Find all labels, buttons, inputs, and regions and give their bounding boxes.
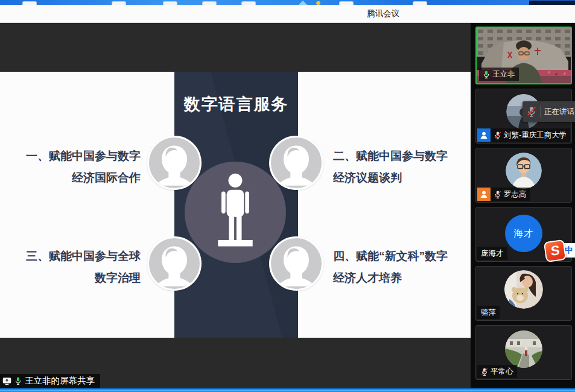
speaking-toast-text: 正在讲话 — [544, 107, 574, 117]
person-avatar-circle — [269, 136, 323, 190]
speaking-toast: 正在讲话 — [523, 101, 575, 122]
slide-item-line: 经济人才培养 — [333, 267, 448, 289]
slide-item-line: 经济国际合作 — [26, 167, 141, 189]
participant-namebar: 王立非 — [479, 68, 519, 81]
slide-item-2: 二、赋能中国参与数字 经济议题谈判 — [333, 145, 448, 189]
face-silhouette-icon — [271, 238, 322, 289]
participant-name: 王立非 — [492, 69, 515, 80]
screen: 腾讯会议 数字语言服务 — [0, 0, 575, 392]
participant-namebar: 骆萍 — [477, 306, 500, 319]
slide-item-line: 二、赋能中国参与数字 — [333, 145, 448, 167]
participant-name: 罗志高 — [504, 189, 527, 200]
sogou-ime-icon[interactable]: S — [544, 239, 567, 262]
slide-item-1: 一、赋能中国参与数字 经济国际合作 — [26, 145, 141, 189]
participant-namebar: 刘繁-重庆工商大学 — [477, 128, 570, 142]
slide-item-line: 数字治理 — [26, 267, 141, 289]
participant-name: 平常心 — [491, 367, 513, 377]
desktop-icon[interactable] — [299, 1, 307, 5]
menu-bar: 腾讯会议 — [0, 5, 575, 23]
screen-share-banner: 王立非的屏幕共享 — [0, 374, 100, 388]
screen-share-icon — [2, 377, 11, 385]
face-silhouette-icon — [149, 138, 200, 188]
shared-screen: 数字语言服务 — [0, 23, 471, 388]
desktop-strip — [0, 0, 575, 5]
member-badge-icon — [477, 188, 491, 201]
person-avatar-circle — [147, 136, 202, 190]
ime-logo-letter: S — [550, 244, 559, 258]
mic-muted-icon — [494, 131, 501, 140]
avatar — [505, 330, 542, 368]
slide-item-line: 四、赋能“新文科”数字 — [333, 245, 448, 267]
video-tile-luo-zhigao[interactable]: 罗志高 — [475, 148, 572, 203]
participant-name: 庞海才 — [481, 248, 504, 259]
presentation-slide: 数字语言服务 — [0, 72, 471, 338]
avatar — [504, 270, 543, 309]
video-tile-ping-chang-xin[interactable]: 平常心 — [475, 325, 572, 380]
person-avatar-circle — [269, 236, 323, 291]
avatar-initials: 海才 — [505, 215, 542, 252]
slide-item-line: 经济议题谈判 — [333, 167, 448, 189]
avatar-text: 海才 — [514, 227, 534, 240]
member-badge-icon — [477, 128, 491, 142]
taskbar-strip[interactable] — [0, 388, 575, 392]
mic-muted-icon — [527, 106, 536, 117]
share-banner-text: 王立非的屏幕共享 — [25, 375, 95, 387]
video-tile-luo-ping[interactable]: 骆萍 — [475, 266, 572, 321]
participant-name: 骆萍 — [481, 308, 496, 318]
slide-item-line: 一、赋能中国参与数字 — [26, 145, 141, 167]
face-silhouette-icon — [271, 138, 322, 188]
slide-item-4: 四、赋能“新文科”数字 经济人才培养 — [333, 245, 448, 289]
mic-on-icon — [14, 376, 22, 385]
desktop-dark-window-edge — [529, 0, 575, 5]
slide-item-line: 三、赋能中国参与全球 — [26, 245, 141, 267]
participant-name: 刘繁-重庆工商大学 — [504, 130, 567, 141]
participant-namebar: 平常心 — [477, 365, 517, 378]
slide-title: 数字语言服务 — [174, 93, 298, 115]
meeting-window: 数字语言服务 — [0, 23, 575, 388]
standing-person-icon — [206, 172, 264, 253]
avatar — [506, 153, 542, 189]
person-avatar-circle — [147, 236, 202, 291]
participants-sidebar: 王立非 — [471, 23, 575, 388]
participant-namebar: 罗志高 — [477, 188, 530, 201]
participant-namebar: 庞海才 — [477, 247, 507, 260]
video-tile-wang-lifei[interactable]: 王立非 — [475, 27, 572, 84]
face-silhouette-icon — [149, 238, 200, 289]
mic-muted-icon — [481, 367, 488, 376]
mic-on-icon — [483, 70, 490, 79]
divider — [540, 106, 541, 118]
app-title: 腾讯会议 — [367, 8, 399, 19]
slide-item-3: 三、赋能中国参与全球 数字治理 — [26, 245, 141, 289]
mic-muted-icon — [494, 190, 501, 199]
center-figure-circle — [185, 162, 286, 263]
